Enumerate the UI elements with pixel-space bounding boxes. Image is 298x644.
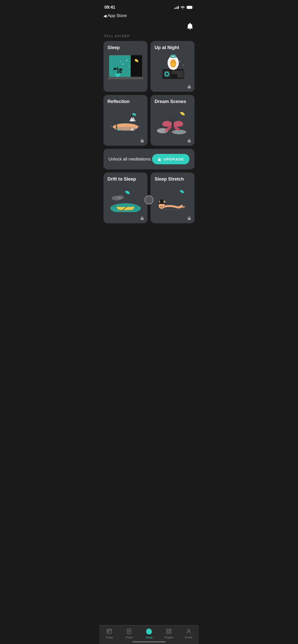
- svg-rect-17: [171, 70, 178, 74]
- drift-illustration: [107, 184, 143, 212]
- svg-rect-41: [188, 140, 191, 142]
- reflection-card-title: Reflection: [107, 99, 143, 105]
- bottom-cards: Drift to Sleep: [99, 172, 199, 227]
- sleep-card-title: Sleep: [107, 45, 143, 51]
- dream-scenes-card[interactable]: Dream Scenes: [151, 95, 195, 146]
- drift-to-sleep-card[interactable]: Drift to Sleep: [103, 172, 147, 223]
- upgrade-button[interactable]: UPGRADE: [152, 154, 189, 164]
- sleep-illustration: [107, 53, 143, 81]
- svg-rect-42: [158, 159, 161, 161]
- svg-rect-52: [188, 218, 191, 220]
- svg-rect-9: [117, 67, 118, 74]
- lock-icon: [187, 84, 192, 89]
- svg-point-7: [128, 66, 129, 67]
- wifi-icon: [180, 6, 185, 9]
- svg-text:♫: ♫: [182, 64, 184, 66]
- svg-point-39: [169, 117, 170, 118]
- app-store-nav[interactable]: ◀ App Store: [99, 13, 199, 20]
- upgrade-lock-icon: [158, 157, 161, 161]
- cards-grid: Sleep: [99, 41, 199, 146]
- lock-icon-3: [187, 138, 192, 143]
- svg-rect-12: [109, 79, 142, 81]
- scroll-indicator: [144, 195, 154, 204]
- svg-point-16: [166, 73, 168, 75]
- lock-icon-4: [140, 216, 144, 220]
- content-area: FALL ASLEEP Sleep: [99, 34, 199, 250]
- svg-rect-32: [116, 124, 117, 129]
- status-bar: 09:41: [99, 0, 199, 13]
- svg-point-46: [117, 195, 124, 199]
- status-icons: [174, 6, 194, 9]
- lock-icon-5: [187, 216, 192, 220]
- bell-icon[interactable]: [186, 23, 194, 30]
- upgrade-text: Unlock all meditations.: [109, 157, 152, 162]
- dreamscenes-illustration: [155, 107, 191, 135]
- svg-rect-47: [141, 218, 144, 220]
- svg-rect-27: [188, 86, 191, 89]
- up-at-night-card-title: Up at Night: [155, 45, 191, 51]
- sleep-card[interactable]: Sleep: [103, 41, 147, 92]
- drift-to-sleep-title: Drift to Sleep: [107, 177, 143, 182]
- sleepstretch-illustration: [155, 184, 191, 212]
- sleep-stretch-title: Sleep Stretch: [155, 177, 191, 182]
- svg-rect-4: [134, 55, 142, 77]
- up-at-night-card[interactable]: Up at Night: [151, 41, 195, 92]
- upnight-illustration: ♪ ♫: [155, 53, 191, 81]
- svg-rect-11: [108, 77, 143, 79]
- status-time: 09:41: [104, 5, 115, 10]
- reflection-illustration: [107, 107, 143, 135]
- sleep-stretch-card[interactable]: Sleep Stretch: [151, 172, 195, 223]
- battery-icon: [186, 6, 194, 9]
- svg-rect-51: [160, 199, 163, 203]
- dream-scenes-card-title: Dream Scenes: [155, 99, 191, 105]
- reflection-card[interactable]: Reflection: [103, 95, 147, 146]
- svg-point-5: [126, 60, 127, 61]
- header: [99, 20, 199, 34]
- svg-point-40: [175, 117, 176, 118]
- svg-rect-1: [187, 6, 192, 9]
- signal-bars-icon: [174, 6, 179, 9]
- svg-rect-33: [141, 140, 144, 142]
- svg-point-6: [123, 64, 124, 65]
- app-store-label: App Store: [107, 13, 127, 18]
- svg-rect-20: [177, 70, 184, 78]
- lock-icon-2: [140, 138, 144, 143]
- svg-point-36: [172, 120, 174, 127]
- section-label: FALL ASLEEP: [99, 34, 199, 41]
- svg-text:♪: ♪: [179, 59, 181, 63]
- upgrade-btn-label: UPGRADE: [163, 157, 184, 161]
- svg-point-8: [120, 61, 121, 62]
- back-arrow-icon: ◀: [103, 13, 106, 18]
- svg-rect-10: [115, 74, 120, 75]
- upgrade-banner: Unlock all meditations. UPGRADE: [103, 149, 195, 169]
